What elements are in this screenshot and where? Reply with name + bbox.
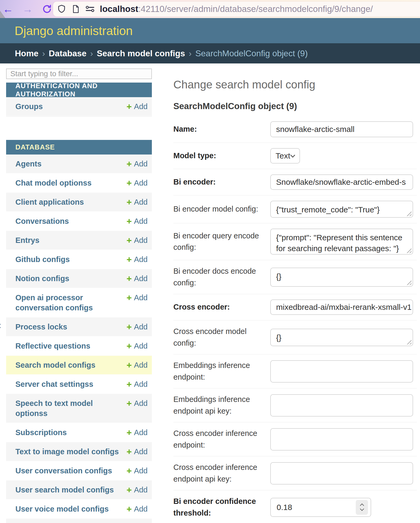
sidebar-model-link[interactable]: Conversations (15, 216, 69, 226)
add-link[interactable]: +Add (127, 293, 148, 303)
plus-icon: + (127, 428, 132, 437)
sidebar-item-search-model-configs[interactable]: Search model configs+Add (6, 356, 152, 375)
resize-handle-icon[interactable] (406, 247, 412, 253)
field-textarea[interactable]: {"prompt": "Represent this sentence for … (270, 229, 413, 255)
field-number-input[interactable]: 0.18 (270, 498, 371, 517)
url-text[interactable]: localhost:42110/server/admin/database/se… (100, 4, 373, 14)
sidebar-model-link[interactable]: Search model configs (15, 360, 95, 370)
add-link[interactable]: +Add (127, 360, 148, 370)
url-bar[interactable]: localhost:42110/server/admin/database/se… (53, 2, 420, 16)
field-value: snowflake-arctic-small (276, 125, 354, 134)
add-link[interactable]: +Add (127, 101, 148, 112)
sidebar-item-notion-configs[interactable]: Notion configs+Add (6, 269, 152, 288)
field-input[interactable] (270, 428, 413, 451)
sidebar-model-link[interactable]: Process locks (15, 322, 67, 332)
add-link[interactable]: +Add (127, 216, 148, 226)
page-icon[interactable] (71, 5, 80, 14)
sidebar-item-agents[interactable]: Agents+Add (6, 155, 152, 174)
sidebar-model-link[interactable]: Speech to text model optionss (15, 398, 127, 418)
field-input[interactable] (270, 360, 413, 383)
sidebar-item-text-to-image-model-configs[interactable]: Text to image model configs+Add (6, 442, 152, 461)
field-wrap (270, 462, 413, 485)
resize-handle-icon[interactable] (406, 339, 412, 345)
sidebar-model-link[interactable]: Github configs (15, 254, 70, 264)
sidebar-item-reflective-questions[interactable]: Reflective questions+Add (6, 337, 152, 356)
field-textarea[interactable]: {} (270, 329, 413, 346)
add-link[interactable]: +Add (127, 447, 148, 457)
site-title[interactable]: Django administration (15, 24, 133, 38)
permissions-toggles-icon[interactable] (85, 4, 95, 14)
add-link[interactable]: +Add (127, 197, 148, 207)
breadcrumb-link[interactable]: Home (15, 49, 38, 58)
number-spinner[interactable] (356, 500, 368, 515)
field-input[interactable] (270, 462, 413, 485)
add-link[interactable]: +Add (127, 379, 148, 389)
field-select[interactable]: Text (270, 148, 300, 164)
sidebar-model-link[interactable]: Chat model optionss (15, 178, 92, 188)
sidebar-model-link[interactable]: User voice model configs (15, 504, 109, 514)
sidebar-collapse-toggle[interactable]: ‹ (0, 320, 1, 331)
field-input[interactable]: snowflake-arctic-small (270, 121, 413, 137)
breadcrumb-link[interactable]: Database (49, 49, 87, 58)
add-link[interactable]: +Add (127, 322, 148, 332)
add-link[interactable]: +Add (127, 485, 148, 495)
sidebar-item-user-conversation-configs[interactable]: User conversation configs+Add (6, 461, 152, 481)
sidebar-model-link[interactable]: Open ai processor conversation configs (15, 293, 127, 313)
forward-button[interactable]: → (22, 4, 33, 14)
sidebar-item-open-ai-processor-conversation-configs[interactable]: Open ai processor conversation configs+A… (6, 288, 152, 318)
sidebar-item-subscriptions[interactable]: Subscriptions+Add (6, 423, 152, 442)
sidebar-model-link[interactable]: Groups (15, 101, 43, 112)
field-input[interactable] (270, 394, 413, 417)
add-link[interactable]: +Add (127, 178, 148, 188)
add-link[interactable]: +Add (127, 427, 148, 438)
sidebar-model-link[interactable]: Text to image model configs (15, 447, 119, 457)
sidebar-model-link[interactable]: Subscriptions (15, 427, 67, 438)
sidebar-item-user-voice-model-configs[interactable]: User voice model configs+Add (6, 500, 152, 519)
field-label: Name: (173, 123, 270, 135)
sidebar-model-link[interactable]: Reflective questions (15, 341, 90, 351)
sidebar-model-link[interactable]: User conversation configs (15, 466, 112, 476)
add-link[interactable]: +Add (127, 398, 148, 408)
plus-icon: + (127, 255, 132, 264)
form-row: Cross encoder:mixedbread-ai/mxbai-rerank… (173, 294, 417, 320)
field-textarea[interactable]: {"trust_remote_code": "True"} (270, 201, 413, 218)
breadcrumb-link[interactable]: Search model configs (97, 49, 185, 58)
sidebar-model-link[interactable]: Notion configs (15, 273, 69, 284)
add-link[interactable]: +Add (127, 235, 148, 245)
add-link[interactable]: +Add (127, 341, 148, 351)
sidebar-item-conversations[interactable]: Conversations+Add (6, 212, 152, 231)
sidebar-item-server-chat-settingss[interactable]: Server chat settingss+Add (6, 375, 152, 394)
add-link[interactable]: +Add (127, 159, 148, 169)
back-button[interactable]: ← (3, 4, 13, 14)
sidebar-filter-input[interactable] (6, 68, 152, 79)
field-input[interactable]: mixedbread-ai/mxbai-rerank-xsmall-v1 (270, 299, 413, 315)
sidebar-model-link[interactable]: Agents (15, 159, 41, 169)
sidebar-item-entrys[interactable]: Entrys+Add (6, 231, 152, 250)
add-link[interactable]: +Add (127, 273, 148, 284)
sidebar-item-github-configs[interactable]: Github configs+Add (6, 250, 152, 269)
sidebar-item-users[interactable]: Users+Add (6, 519, 152, 523)
sidebar-model-link[interactable]: Client applications (15, 197, 84, 207)
field-textarea[interactable]: {} (270, 268, 413, 287)
sidebar-item-user-search-model-configs[interactable]: User search model configs+Add (6, 481, 152, 500)
field-label: Cross encoder inference endpoint: (173, 428, 270, 451)
sidebar-item-client-applications[interactable]: Client applications+Add (6, 193, 152, 212)
add-link[interactable]: +Add (127, 466, 148, 476)
field-input[interactable]: Snowflake/snowflake-arctic-embed-s (270, 174, 413, 190)
resize-handle-icon[interactable] (406, 279, 412, 285)
spinner-down-icon[interactable] (360, 507, 364, 511)
sidebar-model-link[interactable]: Entrys (15, 235, 39, 245)
change-form: Name:snowflake-arctic-smallModel type:Te… (173, 116, 417, 523)
resize-handle-icon[interactable] (406, 210, 412, 216)
sidebar-item-speech-to-text-model-optionss[interactable]: Speech to text model optionss+Add (6, 394, 152, 423)
sidebar-model-link[interactable]: User search model configs (15, 485, 114, 495)
add-link[interactable]: +Add (127, 254, 148, 264)
add-label: Add (134, 398, 148, 408)
reload-button[interactable] (42, 4, 52, 14)
shield-icon[interactable] (57, 4, 66, 14)
sidebar-item-chat-model-optionss[interactable]: Chat model optionss+Add (6, 174, 152, 193)
sidebar-item-groups[interactable]: Groups+Add (6, 97, 152, 116)
add-link[interactable]: +Add (127, 504, 148, 514)
sidebar-model-link[interactable]: Server chat settingss (15, 379, 93, 389)
sidebar-item-process-locks[interactable]: Process locks+Add (6, 318, 152, 337)
